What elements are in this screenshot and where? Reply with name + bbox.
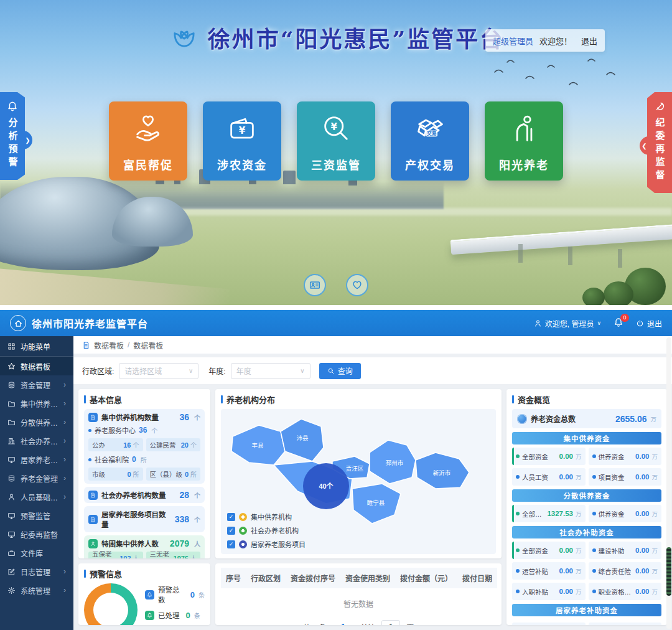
sidebar-item-centralized-fund[interactable]: 集中供养资金: [0, 394, 73, 413]
map-legend: 集中供养机构 社会办养老机构: [227, 512, 306, 549]
sidebar-item-decentralized-fund[interactable]: 分散供养资金: [0, 413, 73, 431]
folder-icon: [7, 418, 16, 426]
section-social-subsidy-funds: 社会办补助资金: [512, 526, 661, 538]
sidebar-item-data-board[interactable]: 数据看板: [0, 357, 73, 375]
sidebar-item-warning-supervision[interactable]: 预警监管: [0, 506, 73, 525]
search-icon: [327, 367, 335, 375]
fund-stat: 建设补助0.00万: [589, 542, 662, 559]
dashboard-title: 徐州市阳光养老监管平台: [32, 316, 148, 331]
fund-stat: 建设补助0.00万: [589, 623, 662, 625]
doc-badge-icon: [88, 413, 98, 422]
svg-text:贾汪区: 贾汪区: [346, 465, 364, 472]
empty-table-placeholder: 暂无数据: [221, 588, 496, 615]
sidebar-item-pension-management[interactable]: 养老金管理: [0, 469, 73, 487]
checkbox-homecare[interactable]: [227, 540, 235, 548]
monitor-icon: [7, 530, 16, 538]
fund-allocation-table: 序号 行政区划 资金拨付序号 资金使用类别 拨付金额（元） 拨付日期: [221, 568, 497, 588]
social-institutions-block: 社会办养老机构数量 28个: [84, 487, 205, 503]
user-menu[interactable]: 欢迎您, 管理员 ∨: [534, 318, 601, 329]
stat-chip: 市级0所: [88, 468, 143, 481]
fund-stat: 供养资金0.00万: [589, 505, 662, 522]
tile-chanquan-jiaoyi[interactable]: 交易 产权交易: [391, 101, 469, 181]
next-page-button[interactable]: [352, 623, 354, 626]
monitor-icon: [7, 512, 16, 520]
wallet-yuan-icon: [226, 112, 258, 144]
breadcrumb-root[interactable]: 数据看板: [94, 340, 124, 350]
svg-text:40个: 40个: [319, 482, 334, 490]
idcard-float-button[interactable]: [304, 274, 326, 296]
briefcase-icon: [7, 549, 16, 557]
hero-float-buttons: [304, 274, 368, 296]
right-banner-label: 纪委再监督: [653, 118, 666, 183]
notification-bell[interactable]: 0: [614, 317, 623, 329]
page: 徐州市“阳光惠民”监管平台 超级管理员 欢迎您！ 退出 分析预警 纪委再监督: [0, 0, 672, 630]
pagination: 共 0 条 1 前往 页: [221, 615, 496, 625]
home-care-projects-block: 居家养老服务项目数量 338个: [84, 506, 205, 532]
section-centralized-funds: 集中供养资金: [512, 432, 661, 444]
coins-icon: [7, 381, 16, 389]
dashboard: 徐州市阳光养老监管平台 欢迎您, 管理员 ∨ 0 退出: [0, 310, 672, 630]
sidebar-item-personnel-info[interactable]: 人员基础信息: [0, 487, 73, 506]
fund-stat: 运营补贴0.00万: [512, 562, 586, 580]
left-banner-label: 分析预警: [6, 118, 19, 170]
query-button[interactable]: 查询: [319, 363, 361, 379]
sidebar-item-social-institutions[interactable]: 社会办养老机构: [0, 431, 73, 450]
checkbox-centralized[interactable]: [227, 513, 235, 521]
hand-heart-icon: [132, 112, 164, 144]
page-unit-label: 页: [406, 622, 414, 626]
star-icon: [7, 362, 16, 370]
sidebar-item-home-care-projects[interactable]: 居家养老服务项目: [0, 450, 73, 469]
edit-icon: [7, 568, 16, 576]
bell-icon: [145, 611, 154, 620]
goto-label: 前往: [360, 622, 375, 626]
xuzhou-district-map[interactable]: 丰县 沛县 贾汪区 邳州市 新沂市 睢宁县 40个: [221, 409, 496, 554]
total-count: 共 0 条: [303, 622, 326, 626]
tile-sanzi-jianguan[interactable]: 三资监管: [297, 101, 375, 181]
folder-icon: [7, 400, 16, 408]
stat-chip: 公办16个: [88, 438, 143, 451]
fund-stat: 供养资金0.00万: [589, 448, 662, 465]
checkbox-social[interactable]: [227, 527, 235, 535]
region-select[interactable]: 请选择区域: [119, 363, 198, 379]
user-role: 超级管理员: [493, 35, 533, 47]
sidebar-item-system-management[interactable]: 系统管理: [0, 581, 73, 599]
tile-shenong-zijin[interactable]: 涉农资金: [203, 101, 281, 181]
fund-stat: 人员工资0.00万: [512, 468, 586, 486]
sidebar-item-discipline-supervision[interactable]: 纪委再监督: [0, 525, 73, 543]
topbar-welcome: 欢迎您, 管理员: [545, 318, 594, 329]
current-page[interactable]: 1: [341, 623, 345, 625]
welcome-text: 欢迎您！: [539, 35, 572, 47]
basic-info-title: 基本信息: [84, 393, 205, 405]
breadcrumb-current: 数据看板: [133, 340, 163, 350]
analysis-warning-banner[interactable]: 分析预警: [0, 92, 25, 180]
globe-icon: [517, 414, 527, 424]
funds-overview-panel: 资金概览 养老资金总数 2655.06 万 集中供养资金 全部资金0.00万 供…: [506, 389, 667, 625]
stat-chip: 三无老人1976人: [146, 552, 201, 558]
fund-stat: 全部资金0.00万: [512, 542, 586, 559]
tile-fumin-bangcu[interactable]: 富民帮促: [109, 101, 187, 181]
stat-chip: 公建民营20个: [146, 438, 201, 451]
institution-map-panel: 养老机构分布 丰县: [215, 389, 502, 558]
heart-float-button[interactable]: [346, 274, 368, 296]
year-select[interactable]: 年度: [231, 363, 310, 379]
hero-logout-button[interactable]: 退出: [581, 35, 597, 47]
svg-text:沛县: 沛县: [296, 435, 308, 441]
fund-stat: 全部资金1327.53万: [512, 505, 586, 522]
fund-stat: 入职补贴0.00万: [512, 583, 586, 600]
sidebar-item-fund-management[interactable]: 资金管理: [0, 375, 73, 394]
section-decentralized-funds: 分散供养资金: [512, 489, 661, 502]
section-homecare-subsidy-funds: 居家养老补助资金: [512, 604, 661, 616]
sidebar-item-file-library[interactable]: 文件库: [0, 543, 73, 562]
fund-stat: 职业资格补贴0.00万: [589, 583, 662, 600]
warning-donut-chart: [84, 583, 138, 625]
sidebar-item-log-management[interactable]: 日志管理: [0, 562, 73, 581]
prev-page-button[interactable]: [332, 623, 335, 626]
logout-button[interactable]: 退出: [636, 318, 662, 329]
hero-user-box: 超级管理员 欢迎您！ 退出: [485, 29, 605, 52]
tile-yangguang-yanglao[interactable]: 阳光养老: [485, 101, 563, 181]
main-content: 数据看板 数据看板 行政区域: 请选择区域 年度: 年度 查询: [73, 336, 672, 630]
discipline-supervision-banner[interactable]: 纪委再监督: [647, 92, 672, 193]
goto-page-input[interactable]: [381, 620, 400, 625]
scrollbar-thumb[interactable]: [666, 547, 671, 596]
hero-landing: 徐州市“阳光惠民”监管平台 超级管理员 欢迎您！ 退出 分析预警 纪委再监督: [0, 0, 672, 305]
